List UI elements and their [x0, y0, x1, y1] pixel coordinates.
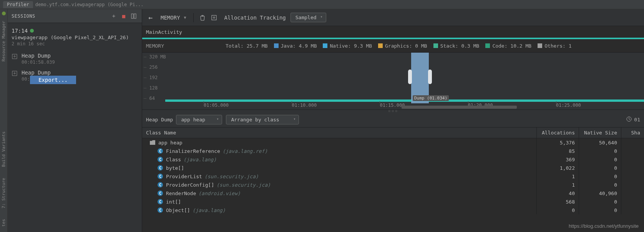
legend-native-swatch: [323, 43, 327, 48]
process-title: demo.ytf.com.viewpagerapp (Google Pi...: [35, 2, 144, 7]
heap-table[interactable]: Class Name Allocations Native Size Sha a…: [142, 128, 644, 232]
legend-native: Native: 9.3 MB: [330, 43, 372, 49]
selection-left-handle[interactable]: [408, 70, 412, 84]
cell-alloc: 40: [536, 189, 579, 197]
class-name: ProviderConfig[]: [166, 182, 214, 188]
table-row[interactable]: CObject[](java.lang)00: [142, 206, 644, 214]
legend-graphics-swatch: [378, 43, 383, 48]
heap-dump-icon: [12, 70, 18, 78]
col-allocations[interactable]: Allocations: [536, 128, 579, 138]
clock-icon: [626, 116, 632, 123]
table-row[interactable]: CFinalizerReference(java.lang.ref)850: [142, 147, 644, 155]
col-shallow-size[interactable]: Sha: [621, 128, 644, 138]
cell-alloc: 568: [536, 197, 579, 206]
table-row[interactable]: Cbyte[]1,0220: [142, 164, 644, 172]
heap-select[interactable]: app heap: [176, 115, 222, 124]
y-axis: 320 MB 256 192 128 64: [144, 53, 166, 103]
table-row[interactable]: CRenderNode(android.view)4040,960: [142, 189, 644, 197]
rail-build-variants[interactable]: Build Variants: [1, 131, 6, 167]
stop-session-icon[interactable]: ■: [120, 12, 128, 20]
cell-native: 40,960: [579, 189, 621, 197]
table-row-root[interactable]: app heap 5,376 50,640: [142, 138, 644, 147]
capture-dump-icon[interactable]: [209, 13, 219, 23]
sessions-panel: SESSIONS ＋ ■ 17:14 viewpagerapp (Google …: [8, 9, 142, 232]
cell-shallow: [621, 155, 644, 164]
cell-alloc: 1: [536, 181, 579, 189]
collapse-panel-icon[interactable]: [129, 12, 138, 20]
col-native-size[interactable]: Native Size: [579, 128, 621, 138]
rail-structure[interactable]: 7: Structure: [1, 178, 6, 208]
recording-dot-icon: [30, 29, 34, 33]
profiler-tab[interactable]: Profiler: [3, 1, 33, 8]
table-row[interactable]: CClass(java.lang)3690: [142, 155, 644, 164]
legend-title: MEMORY: [146, 43, 164, 49]
android-icon: [2, 12, 6, 15]
dump-marker: Dump (01.034): [413, 95, 449, 101]
memory-usage-band: [165, 99, 644, 102]
profiler-toolbar: ← MEMORY▼ Allocation Tracking Sampled: [142, 9, 644, 26]
cell-native: 0: [579, 155, 621, 164]
legend-graphics: Graphics: 0 MB: [385, 43, 427, 49]
class-package: (java.lang.ref): [222, 148, 267, 154]
cell-shallow: [621, 181, 644, 189]
sessions-title: SESSIONS: [12, 13, 108, 19]
legend-code-swatch: [485, 43, 490, 48]
heap-dump-icon: [12, 53, 18, 61]
col-class-name[interactable]: Class Name: [142, 130, 536, 136]
class-package: (android.view): [198, 191, 241, 196]
legend-others-swatch: [538, 43, 542, 48]
heap-dump-item[interactable]: Heap Dump 00:01:58.039: [12, 53, 138, 65]
session-entry[interactable]: 17:14 viewpagerapp (Google Pixel_2_XL_AP…: [12, 26, 138, 48]
root-shallow: [621, 138, 644, 147]
context-menu-export[interactable]: Export...: [30, 76, 76, 84]
cell-native: 0: [579, 147, 621, 155]
cell-native: 0: [579, 197, 621, 206]
rail-resource-manager[interactable]: Resource Manager: [1, 21, 6, 61]
heap-dump-label: Heap Dump: [22, 53, 55, 59]
view-selector[interactable]: MEMORY▼: [157, 13, 190, 22]
table-header[interactable]: Class Name Allocations Native Size Sha: [142, 128, 644, 138]
table-row[interactable]: Cint[]5680: [142, 197, 644, 206]
cell-alloc: 1: [536, 172, 579, 181]
class-icon: C: [158, 207, 163, 213]
alloc-mode-select[interactable]: Sampled: [290, 13, 326, 22]
cell-shallow: [621, 147, 644, 155]
class-icon: C: [158, 191, 163, 196]
cell-native: 0: [579, 206, 621, 214]
session-time: 17:14: [12, 28, 138, 34]
class-icon: C: [158, 182, 163, 187]
trash-icon[interactable]: [198, 13, 207, 23]
cell-native: 0: [579, 164, 621, 172]
back-icon[interactable]: ←: [144, 12, 157, 24]
svg-rect-0: [131, 14, 133, 18]
table-row[interactable]: CProviderConfig[](sun.security.jca)10: [142, 181, 644, 189]
session-elapsed: 2 min 16 sec: [12, 41, 138, 46]
memory-chart[interactable]: 320 MB 256 192 128 64 Dump (01.034) 01:0…: [142, 52, 644, 110]
legend-stack-swatch: [433, 43, 438, 48]
class-name: RenderNode: [166, 191, 196, 196]
activity-name: MainActivity: [146, 29, 182, 35]
chart-canvas[interactable]: Dump (01.034) 01:05.000 01:10.000 01:15.…: [165, 53, 644, 109]
cell-alloc: 0: [536, 206, 579, 214]
cell-alloc: 369: [536, 155, 579, 164]
selection-right-handle[interactable]: [428, 70, 432, 84]
class-icon: C: [158, 199, 163, 204]
selection-handles[interactable]: [410, 70, 430, 84]
class-package: (sun.security.jca): [216, 182, 271, 188]
legend-stack: Stack: 0.3 MB: [440, 43, 480, 49]
alloc-tracking-label: Allocation Tracking: [224, 15, 286, 21]
legend-total: Total: 25.7 MB: [226, 43, 268, 49]
root-name: app heap: [158, 140, 183, 146]
rail-tes[interactable]: tes: [1, 219, 6, 227]
cell-shallow: [621, 206, 644, 214]
heap-dump-label: Heap Dump: [146, 117, 173, 123]
class-package: (sun.security.jca): [204, 174, 259, 179]
legend-java-swatch: [274, 43, 279, 48]
table-row[interactable]: CProviderList(sun.security.jca)10: [142, 172, 644, 181]
heap-dump-item[interactable]: Heap Dump 00:01 Export...: [12, 70, 138, 84]
title-bar: Profiler demo.ytf.com.viewpagerapp (Goog…: [0, 0, 644, 9]
class-icon: C: [158, 157, 163, 162]
timeline-scrollbar[interactable]: [402, 106, 517, 109]
add-session-icon[interactable]: ＋: [110, 12, 118, 20]
arrange-select[interactable]: Arrange by class: [226, 115, 299, 124]
